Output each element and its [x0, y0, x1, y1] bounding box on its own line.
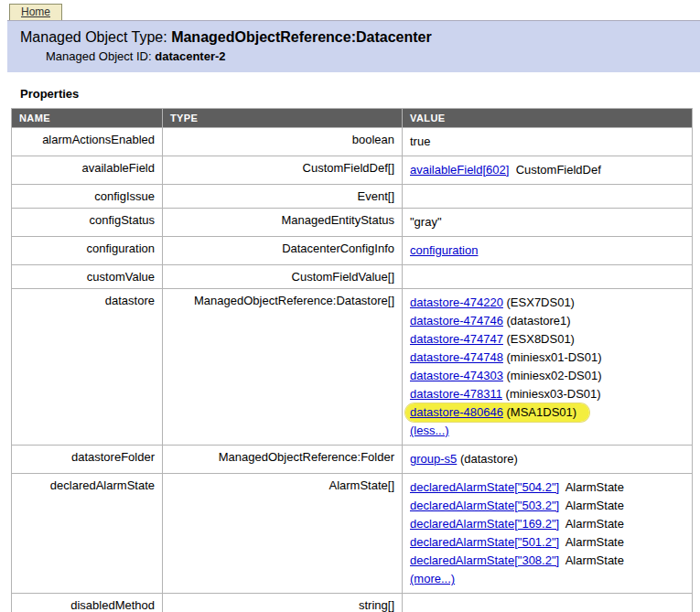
- value-link[interactable]: datastore-474747: [410, 332, 503, 346]
- table-row: disabledMethodstring[]: [12, 594, 693, 612]
- value-text: true: [410, 134, 430, 148]
- property-value: [403, 594, 693, 612]
- value-text: AlarmState: [559, 499, 624, 512]
- property-name: alarmActionsEnabled: [12, 128, 163, 156]
- value-link[interactable]: datastore-474748: [410, 350, 503, 364]
- value-link[interactable]: datastore-474746: [410, 314, 503, 327]
- property-name: declaredAlarmState: [12, 474, 163, 594]
- property-name: availableField: [12, 156, 163, 185]
- value-text: AlarmState: [559, 553, 624, 567]
- value-line: declaredAlarmState["501.2"] AlarmState: [410, 533, 684, 552]
- table-row: configIssueEvent[]: [12, 185, 693, 209]
- table-header-row: NAME TYPE VALUE: [12, 109, 693, 128]
- property-value: [403, 265, 693, 289]
- managed-object-type-value: ManagedObjectReference:Datacenter: [171, 29, 432, 45]
- value-text: AlarmState: [559, 535, 624, 549]
- value-text: (datastore): [457, 452, 517, 466]
- value-link[interactable]: (less...): [410, 424, 449, 437]
- property-value: declaredAlarmState["504.2"] AlarmStatede…: [403, 474, 693, 594]
- value-link[interactable]: declaredAlarmState["503.2"]: [410, 499, 559, 512]
- object-header: Managed Object Type: ManagedObjectRefere…: [7, 20, 700, 72]
- value-link[interactable]: datastore-474220: [410, 295, 503, 309]
- table-row: customValueCustomFieldValue[]: [12, 265, 693, 289]
- value-text: AlarmState: [559, 517, 624, 531]
- tab-home[interactable]: Home: [9, 4, 62, 20]
- property-type: Event[]: [163, 185, 403, 209]
- value-link[interactable]: configuration: [410, 243, 478, 257]
- value-text: CustomFieldDef: [509, 163, 600, 177]
- column-header-name: NAME: [12, 109, 163, 128]
- value-link[interactable]: datastore-480646: [410, 405, 503, 419]
- property-type: ManagedObjectReference:Folder: [163, 446, 403, 474]
- value-text: AlarmState: [559, 480, 624, 494]
- value-line: declaredAlarmState["169.2"] AlarmState: [410, 515, 684, 533]
- value-text: (MSA1DS01): [503, 405, 576, 419]
- properties-heading: Properties: [20, 87, 700, 101]
- value-line: group-s5 (datastore): [410, 450, 684, 468]
- value-link[interactable]: declaredAlarmState["308.2"]: [410, 553, 559, 567]
- property-type: ManagedObjectReference:Datastore[]: [163, 289, 403, 446]
- highlight-marker: datastore-480646 (MSA1DS01): [405, 403, 589, 422]
- property-value: [403, 185, 693, 209]
- value-line: datastore-474303 (miniesx02-DS01): [410, 367, 684, 385]
- value-line: datastore-478311 (miniesx03-DS01): [410, 385, 684, 403]
- table-row: declaredAlarmStateAlarmState[]declaredAl…: [12, 474, 693, 594]
- value-line: declaredAlarmState["503.2"] AlarmState: [410, 497, 684, 515]
- managed-object-id-label: Managed Object ID:: [46, 49, 155, 63]
- managed-object-id-line: Managed Object ID: datacenter-2: [46, 49, 687, 63]
- value-line: datastore-480646 (MSA1DS01): [410, 403, 684, 422]
- table-row: datastoreFolderManagedObjectReference:Fo…: [12, 446, 693, 474]
- value-link[interactable]: declaredAlarmState["169.2"]: [410, 517, 559, 531]
- property-type: CustomFieldValue[]: [163, 265, 403, 289]
- managed-object-type-line: Managed Object Type: ManagedObjectRefere…: [20, 29, 687, 46]
- value-line: availableField[602] CustomFieldDef: [410, 161, 684, 179]
- property-type: DatacenterConfigInfo: [163, 237, 403, 265]
- value-line: declaredAlarmState["308.2"] AlarmState: [410, 552, 684, 570]
- value-text: (miniesx01-DS01): [503, 350, 602, 364]
- value-link[interactable]: availableField[602]: [410, 163, 509, 177]
- value-link[interactable]: (more...): [410, 572, 455, 585]
- property-name: configuration: [12, 237, 163, 265]
- property-type: CustomFieldDef[]: [163, 156, 403, 185]
- value-line: (more...): [410, 570, 684, 588]
- property-type: ManagedEntityStatus: [163, 209, 403, 237]
- value-text: (datastore1): [503, 314, 571, 327]
- value-text: "gray": [410, 215, 442, 229]
- mob-page: Home Managed Object Type: ManagedObjectR…: [0, 0, 700, 612]
- value-text: (ESX8DS01): [503, 332, 575, 346]
- value-link[interactable]: declaredAlarmState["504.2"]: [410, 480, 559, 494]
- value-line: configuration: [410, 242, 684, 260]
- value-link[interactable]: datastore-478311: [410, 387, 502, 401]
- value-line: declaredAlarmState["504.2"] AlarmState: [410, 478, 684, 497]
- property-name: datastoreFolder: [12, 446, 163, 474]
- property-value: true: [403, 128, 693, 156]
- property-name: configStatus: [12, 209, 163, 237]
- value-line: datastore-474746 (datastore1): [410, 312, 684, 330]
- value-link[interactable]: declaredAlarmState["501.2"]: [410, 535, 559, 549]
- property-value: datastore-474220 (ESX7DS01)datastore-474…: [403, 289, 693, 446]
- property-name: datastore: [12, 289, 163, 446]
- table-row: availableFieldCustomFieldDef[]availableF…: [12, 156, 693, 185]
- value-text: (miniesx03-DS01): [502, 387, 601, 401]
- value-link[interactable]: datastore-474303: [410, 369, 503, 382]
- value-link[interactable]: group-s5: [410, 452, 457, 466]
- value-text: (ESX7DS01): [503, 295, 575, 309]
- tab-bar: Home: [9, 4, 700, 20]
- column-header-value: VALUE: [403, 109, 693, 128]
- value-line: datastore-474220 (ESX7DS01): [410, 294, 684, 312]
- property-value: "gray": [403, 209, 693, 237]
- properties-table: NAME TYPE VALUE alarmActionsEnabledboole…: [11, 108, 693, 612]
- value-line: (less...): [410, 422, 684, 440]
- property-name: configIssue: [12, 185, 163, 209]
- property-value: configuration: [403, 237, 693, 265]
- table-row: configStatusManagedEntityStatus"gray": [12, 209, 693, 237]
- managed-object-id-value: datacenter-2: [155, 49, 225, 63]
- property-name: customValue: [12, 265, 163, 289]
- property-type: string[]: [163, 594, 403, 612]
- property-name: disabledMethod: [12, 594, 163, 612]
- value-line: datastore-474747 (ESX8DS01): [410, 330, 684, 349]
- value-text: (miniesx02-DS01): [503, 369, 602, 382]
- column-header-type: TYPE: [163, 109, 403, 128]
- value-line: "gray": [410, 213, 684, 231]
- property-type: boolean: [163, 128, 403, 156]
